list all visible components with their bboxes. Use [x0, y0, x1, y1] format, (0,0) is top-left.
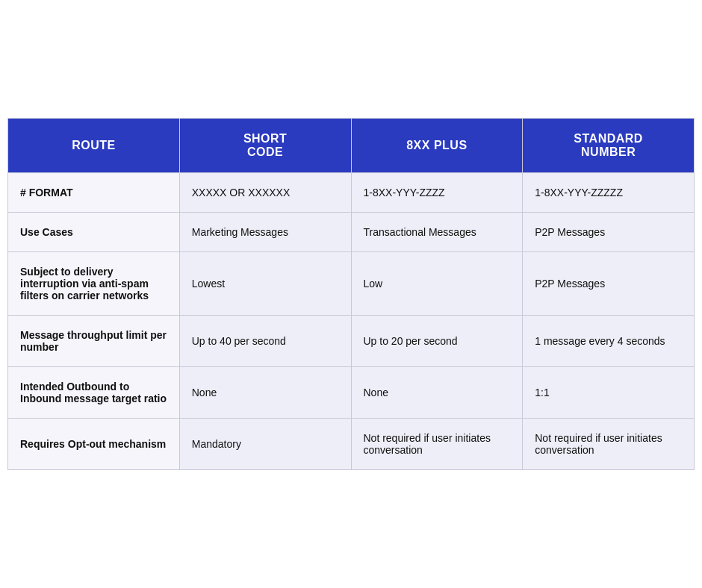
row-label: Requires Opt-out mechanism	[8, 419, 180, 470]
header-standard-number: STANDARD NUMBER	[523, 119, 695, 173]
row-8xx: None	[351, 367, 523, 419]
row-standard: P2P Messages	[523, 213, 695, 252]
row-label: Message throughput limit per number	[8, 316, 180, 367]
row-standard: P2P Messages	[523, 252, 695, 316]
comparison-table: ROUTE SHORT CODE 8XX PLUS STANDARD NUMBE…	[7, 118, 695, 470]
row-standard: Not required if user initiates conversat…	[523, 419, 695, 470]
row-standard: 1:1	[523, 367, 695, 419]
row-short-code: None	[179, 367, 351, 419]
row-8xx: Transactional Messages	[351, 213, 523, 252]
row-label: Use Cases	[8, 213, 180, 252]
row-8xx: Low	[351, 252, 523, 316]
header-route: ROUTE	[8, 119, 180, 173]
table-row: Use CasesMarketing MessagesTransactional…	[8, 213, 695, 252]
row-short-code: Lowest	[179, 252, 351, 316]
row-standard: 1-8XX-YYY-ZZZZZ	[523, 173, 695, 213]
row-label: Intended Outbound to Inbound message tar…	[8, 367, 180, 419]
table-row: Subject to delivery interruption via ant…	[8, 252, 695, 316]
row-label: # FORMAT	[8, 173, 180, 213]
row-8xx: 1-8XX-YYY-ZZZZ	[351, 173, 523, 213]
row-short-code: Marketing Messages	[179, 213, 351, 252]
row-short-code: Up to 40 per second	[179, 316, 351, 367]
table-row: # FORMATXXXXX OR XXXXXX1-8XX-YYY-ZZZZ1-8…	[8, 173, 695, 213]
row-standard: 1 message every 4 seconds	[523, 316, 695, 367]
table-row: Message throughput limit per numberUp to…	[8, 316, 695, 367]
row-label: Subject to delivery interruption via ant…	[8, 252, 180, 316]
header-short-code: SHORT CODE	[179, 119, 351, 173]
row-short-code: XXXXX OR XXXXXX	[179, 173, 351, 213]
row-8xx: Not required if user initiates conversat…	[351, 419, 523, 470]
row-short-code: Mandatory	[179, 419, 351, 470]
table-row: Intended Outbound to Inbound message tar…	[8, 367, 695, 419]
table-row: Requires Opt-out mechanismMandatoryNot r…	[8, 419, 695, 470]
row-8xx: Up to 20 per second	[351, 316, 523, 367]
header-8xx-plus: 8XX PLUS	[351, 119, 523, 173]
